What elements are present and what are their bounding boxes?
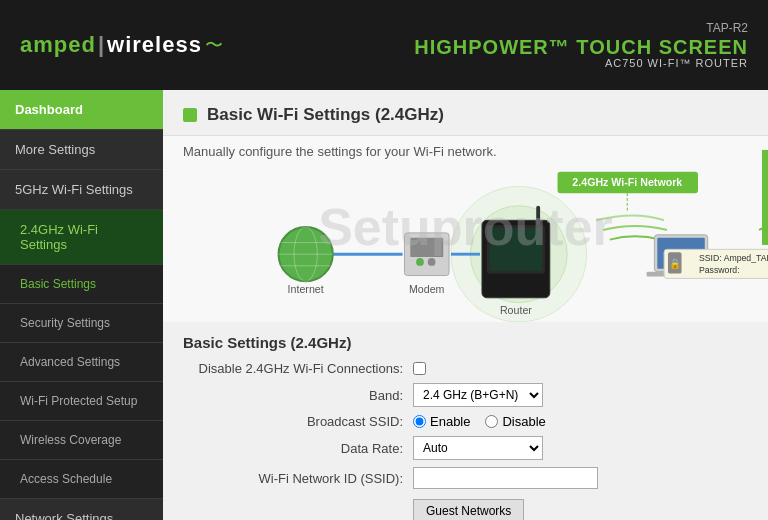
radio-disable[interactable] bbox=[485, 415, 498, 428]
checkbox-disable-24ghz[interactable] bbox=[413, 362, 426, 375]
form-row-band: Band: 2.4 GHz (B+G+N) 2.4 GHz (B only) 2… bbox=[183, 383, 748, 407]
guest-networks-button[interactable]: Guest Networks bbox=[413, 499, 524, 520]
svg-text:SSID: Amped_TAPR2_2.4: SSID: Amped_TAPR2_2.4 bbox=[699, 253, 768, 263]
main-content: Basic Wi-Fi Settings (2.4GHz) Manually c… bbox=[163, 90, 768, 520]
svg-text:Internet: Internet bbox=[288, 283, 324, 295]
logo-wireless: wireless bbox=[107, 32, 202, 57]
form-row-disable: Disable 2.4GHz Wi-Fi Connections: bbox=[183, 361, 748, 376]
logo-text: amped|wireless bbox=[20, 32, 202, 58]
radio-enable-label[interactable]: Enable bbox=[413, 414, 470, 429]
page-subtitle: Manually configure the settings for your… bbox=[163, 136, 768, 167]
sidebar-item-security-settings[interactable]: Security Settings bbox=[0, 304, 163, 343]
page-header: Basic Wi-Fi Settings (2.4GHz) bbox=[163, 90, 768, 136]
select-data-rate[interactable]: Auto 1 Mbps 2 Mbps 5.5 Mbps 11 Mbps bbox=[413, 436, 543, 460]
page-title: Basic Wi-Fi Settings (2.4GHz) bbox=[207, 105, 444, 125]
svg-text:2.4GHz Wi-Fi Network: 2.4GHz Wi-Fi Network bbox=[572, 176, 682, 188]
header: amped|wireless 〜 TAP-R2 HIGHPOWER™ TOUCH… bbox=[0, 0, 768, 90]
sidebar-item-basic-settings[interactable]: Basic Settings bbox=[0, 265, 163, 304]
svg-point-13 bbox=[416, 258, 424, 266]
form-title: Basic Settings (2.4GHz) bbox=[183, 334, 748, 351]
label-ssid: Wi-Fi Network ID (SSID): bbox=[183, 471, 413, 486]
label-broadcast-ssid: Broadcast SSID: bbox=[183, 414, 413, 429]
layout: Dashboard More Settings 5GHz Wi-Fi Setti… bbox=[0, 90, 768, 520]
sidebar-item-dashboard[interactable]: Dashboard bbox=[0, 90, 163, 130]
form-row-broadcast-ssid: Broadcast SSID: Enable Disable bbox=[183, 414, 748, 429]
form-row-ssid: Wi-Fi Network ID (SSID): bbox=[183, 467, 748, 489]
label-data-rate: Data Rate: bbox=[183, 441, 413, 456]
label-disable: Disable 2.4GHz Wi-Fi Connections: bbox=[183, 361, 413, 376]
svg-point-14 bbox=[428, 258, 436, 266]
sidebar-item-access-schedule[interactable]: Access Schedule bbox=[0, 460, 163, 499]
sidebar-item-2-4ghz[interactable]: 2.4GHz Wi-Fi Settings bbox=[0, 210, 163, 265]
radio-enable[interactable] bbox=[413, 415, 426, 428]
model-name: AC750 WI-FI™ ROUTER bbox=[414, 57, 748, 69]
wifi-arc-icon: 〜 bbox=[205, 33, 223, 57]
sidebar-item-5ghz[interactable]: 5GHz Wi-Fi Settings bbox=[0, 170, 163, 210]
svg-text:Modem: Modem bbox=[409, 283, 445, 295]
model-area: TAP-R2 HIGHPOWER™ TOUCH SCREEN AC750 WI-… bbox=[414, 21, 748, 69]
svg-text:🔒: 🔒 bbox=[669, 258, 682, 270]
svg-text:Password:: Password: bbox=[699, 265, 740, 275]
form-area: Basic Settings (2.4GHz) Disable 2.4GHz W… bbox=[163, 322, 768, 520]
select-band[interactable]: 2.4 GHz (B+G+N) 2.4 GHz (B only) 2.4 GHz… bbox=[413, 383, 543, 407]
input-ssid[interactable] bbox=[413, 467, 598, 489]
radio-disable-label[interactable]: Disable bbox=[485, 414, 545, 429]
sidebar-item-wireless-coverage[interactable]: Wireless Coverage bbox=[0, 421, 163, 460]
model-id: TAP-R2 bbox=[414, 21, 748, 35]
svg-rect-19 bbox=[536, 206, 540, 225]
svg-rect-18 bbox=[490, 228, 542, 271]
main-wrapper: HELPFUL TIPSCLICK HERE Basic Wi-Fi Setti… bbox=[163, 90, 768, 520]
sidebar-item-network-settings[interactable]: Network Settings bbox=[0, 499, 163, 520]
radio-group-broadcast: Enable Disable bbox=[413, 414, 613, 429]
form-row-data-rate: Data Rate: Auto 1 Mbps 2 Mbps 5.5 Mbps 1… bbox=[183, 436, 748, 460]
svg-rect-12 bbox=[410, 238, 443, 257]
logo-separator: | bbox=[98, 32, 105, 57]
status-dot bbox=[183, 108, 197, 122]
label-band: Band: bbox=[183, 388, 413, 403]
helpful-tips-tab[interactable]: HELPFUL TIPSCLICK HERE bbox=[762, 150, 768, 245]
network-diagram: Setuprouter Internet bbox=[163, 167, 768, 322]
diagram-svg: Internet Modem Router bbox=[163, 167, 768, 322]
logo-amped: amped bbox=[20, 32, 96, 57]
sidebar-item-wifi-protected[interactable]: Wi-Fi Protected Setup bbox=[0, 382, 163, 421]
svg-text:Router: Router bbox=[500, 304, 532, 316]
sidebar: Dashboard More Settings 5GHz Wi-Fi Setti… bbox=[0, 90, 163, 520]
sidebar-item-more-settings[interactable]: More Settings bbox=[0, 130, 163, 170]
model-line: HIGHPOWER™ TOUCH SCREEN bbox=[414, 37, 748, 57]
logo-area: amped|wireless 〜 bbox=[20, 32, 223, 58]
sidebar-item-advanced-settings[interactable]: Advanced Settings bbox=[0, 343, 163, 382]
